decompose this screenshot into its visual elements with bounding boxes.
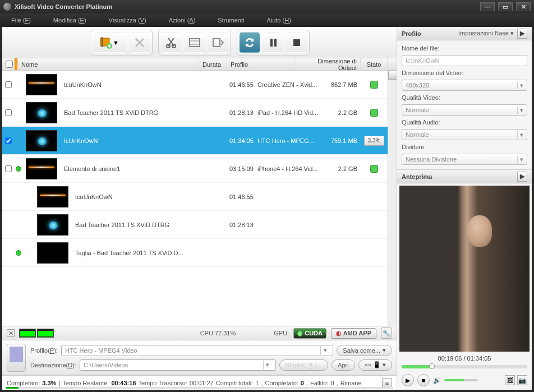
- svg-rect-6: [213, 39, 220, 47]
- row-checkbox[interactable]: [5, 109, 12, 116]
- profile-label: Profilo(P):: [30, 347, 58, 354]
- app-window: Xilisoft Video Converter Platinum — ▭ ✕ …: [0, 0, 534, 392]
- convert-button[interactable]: [240, 33, 260, 53]
- aq-select[interactable]: Normale▾: [402, 129, 527, 140]
- row-checkbox[interactable]: [5, 137, 12, 144]
- split-select[interactable]: Nessuna Divisione▾: [402, 154, 527, 165]
- snapshot-icon[interactable]: 📷: [517, 375, 527, 385]
- stop-button[interactable]: [287, 33, 307, 53]
- volume-slider[interactable]: [444, 379, 478, 381]
- file-list[interactable]: tcuUnKnOwN01:46:55Creative ZEN - Xvid...…: [2, 71, 388, 326]
- file-size: 862.7 MB: [321, 81, 361, 88]
- content-area: ▼ N: [2, 27, 532, 390]
- col-duration[interactable]: Durata: [199, 58, 227, 70]
- videosize-select[interactable]: 480x320▾: [402, 80, 527, 91]
- col-status[interactable]: Stato: [361, 58, 388, 70]
- file-size: 2.2 GB: [321, 165, 361, 172]
- table-row[interactable]: IcUnKnOwN01:34:05HTC Hero - MPEG4 ...759…: [2, 127, 388, 155]
- table-row[interactable]: Bad Teacher 2011 TS XViD DTRG01:28:13iPa…: [2, 99, 388, 127]
- profile-combo[interactable]: HTC Hero - MPEG4 Video▾: [61, 345, 333, 356]
- file-name: tcuUnKnOwN: [72, 193, 226, 200]
- overall-progress: [6, 387, 393, 389]
- row-checkbox[interactable]: [5, 81, 12, 88]
- thumbnail: [26, 102, 57, 123]
- table-row[interactable]: Taglia - Bad Teacher 2011 TS XViD D...: [2, 239, 388, 267]
- cpu-meters: [19, 329, 54, 338]
- table-row[interactable]: tcuUnKnOwN01:46:55Creative ZEN - Xvid...…: [2, 71, 388, 99]
- pause-button[interactable]: [263, 33, 283, 53]
- browse-button[interactable]: Sfoglia(B)...: [279, 359, 328, 371]
- minimize-button[interactable]: —: [480, 2, 495, 11]
- amd-badge[interactable]: ◐ AMD APP: [331, 328, 376, 339]
- dest-combo[interactable]: C:\Users\Videos▾: [80, 359, 276, 371]
- select-all-checkbox[interactable]: [6, 61, 13, 68]
- base-settings-link[interactable]: Impostazioni Base ▾: [458, 30, 514, 37]
- svg-rect-5: [190, 39, 200, 47]
- app-title: Xilisoft Video Converter Platinum: [15, 3, 112, 10]
- table-row[interactable]: tcuUnKnOwN01:46:55: [2, 183, 388, 211]
- thumbnail: [26, 130, 57, 151]
- menu-view[interactable]: Visualizza (V): [109, 17, 146, 24]
- join-indicator-icon: [16, 166, 21, 172]
- close-button[interactable]: ✕: [516, 2, 531, 11]
- export-button[interactable]: »» 📱 ▾: [358, 359, 392, 371]
- close-meters-button[interactable]: ✕: [7, 329, 15, 337]
- titlebar[interactable]: Xilisoft Video Converter Platinum — ▭ ✕: [0, 0, 534, 13]
- stop-preview-button[interactable]: ■: [417, 374, 430, 386]
- table-header: Nome Durata Profilo Dimensione di Output…: [2, 58, 397, 71]
- effects-button[interactable]: [185, 33, 205, 53]
- file-duration: 01:28:13: [226, 222, 254, 228]
- file-name: tcuUnKnOwN: [61, 81, 226, 88]
- col-outsize[interactable]: Dimensione di Output: [294, 58, 361, 70]
- file-duration: 03:15:09: [226, 165, 254, 172]
- file-profile: iPhone4 - H.264 Vid...: [254, 165, 321, 172]
- profile-panel: Nome del file: IcUnKnOwN Dimensione del …: [397, 40, 532, 170]
- preview-panel: 00:19:06 / 01:34:05 ▶ ■ 🔊 🖼 📷: [397, 183, 532, 390]
- expand-preview-icon[interactable]: ▶: [517, 172, 527, 182]
- thumbnail: [26, 74, 57, 95]
- status-menu-icon[interactable]: ≡: [382, 378, 392, 388]
- file-status: [361, 109, 388, 117]
- delete-button[interactable]: [130, 33, 150, 53]
- col-profile[interactable]: Profilo: [227, 58, 294, 70]
- vq-label: Qualità Video:: [402, 94, 527, 101]
- file-name: Bad Teacher 2011 TS XViD DTRG: [61, 109, 226, 116]
- file-name: Taglia - Bad Teacher 2011 TS XViD D...: [72, 250, 226, 256]
- row-checkbox[interactable]: [5, 165, 12, 172]
- open-button[interactable]: Apri: [332, 359, 355, 371]
- menu-help[interactable]: Aiuto (H): [266, 17, 291, 24]
- gpu-label: GPU:: [274, 330, 289, 336]
- cpu-label: CPU:72.31%: [200, 330, 236, 336]
- filename-input[interactable]: IcUnKnOwN: [402, 55, 527, 66]
- menu-actions[interactable]: Azioni (A): [169, 17, 196, 24]
- file-profile: Creative ZEN - Xvid...: [254, 81, 321, 88]
- thumbnail: [37, 214, 68, 236]
- file-profile: iPad - H.264 HD Vid...: [254, 109, 321, 116]
- merge-button[interactable]: [208, 33, 228, 53]
- file-name: IcUnKnOwN: [61, 137, 226, 144]
- video-preview[interactable]: [399, 186, 530, 352]
- save-as-button[interactable]: Salva come... ▾: [337, 345, 392, 356]
- menu-edit[interactable]: Modifica (E): [53, 17, 86, 24]
- file-status: 3.3%: [361, 136, 388, 146]
- cut-button[interactable]: [161, 33, 181, 53]
- aq-label: Qualità Audio:: [402, 119, 527, 126]
- vq-select[interactable]: Normale▾: [402, 104, 527, 116]
- table-row[interactable]: Elemento di unione103:15:09iPhone4 - H.2…: [2, 155, 388, 183]
- file-size: 759.1 MB: [321, 137, 361, 144]
- settings-icon[interactable]: 🔧: [381, 328, 392, 339]
- col-name[interactable]: Nome: [18, 58, 199, 70]
- snapshot-folder-icon[interactable]: 🖼: [505, 375, 515, 385]
- volume-icon[interactable]: 🔊: [433, 377, 441, 384]
- menu-file[interactable]: File (F): [11, 17, 31, 24]
- table-row[interactable]: Bad Teacher 2011 TS XViD DTRG01:28:13: [2, 211, 388, 239]
- play-button[interactable]: ▶: [402, 374, 414, 386]
- file-profile: HTC Hero - MPEG4 ...: [254, 137, 321, 144]
- maximize-button[interactable]: ▭: [498, 2, 513, 11]
- cuda-badge[interactable]: ◉ CUDA: [293, 328, 326, 339]
- menu-tools[interactable]: Strumenti: [218, 17, 244, 24]
- add-file-button[interactable]: ▼: [93, 33, 126, 53]
- expand-profile-icon[interactable]: ▶: [517, 29, 527, 39]
- seek-slider[interactable]: [402, 365, 527, 368]
- vertical-scrollbar[interactable]: [388, 71, 397, 326]
